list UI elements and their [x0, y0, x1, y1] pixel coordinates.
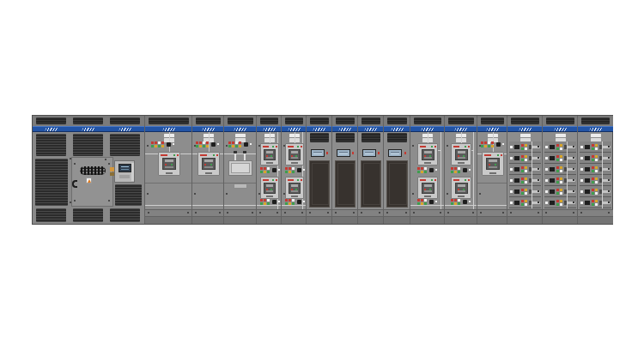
breaker-window [455, 183, 468, 194]
indicator-lamp [521, 144, 524, 147]
indicator-lamp [151, 141, 154, 144]
breaker-lamp [431, 146, 433, 147]
circuit-breaker-unit [451, 143, 471, 165]
indicator-lamp [488, 141, 490, 144]
indicator-lamp [560, 147, 562, 150]
circuit-breaker-unit [158, 152, 180, 176]
breaker-vent-grille-icon [80, 166, 106, 175]
indicator-lamp [556, 147, 559, 150]
breaker-mech [266, 151, 273, 153]
indicator-lamp [424, 171, 427, 173]
brand-logo-icon [45, 128, 58, 131]
indicator-lamp [592, 203, 594, 206]
feeder-bay-4 [281, 116, 306, 224]
base-skirt [282, 216, 307, 224]
indicator-lamp [421, 167, 423, 170]
indicator-lamp [424, 202, 427, 205]
drawer-display [514, 201, 519, 205]
base-skirt [192, 216, 224, 224]
hmi-display [337, 149, 350, 157]
drawer-latch [580, 190, 583, 193]
mcc-drawer-row [509, 197, 541, 208]
upper-vent [336, 133, 355, 142]
screw-dot [480, 212, 482, 214]
mcc-drawer-row [544, 186, 576, 197]
indicator-lamp [556, 170, 559, 172]
mcc-drawer-row [509, 153, 541, 164]
status-lamp [404, 152, 406, 154]
breaker-mech [424, 151, 432, 153]
breaker-lamp [276, 179, 277, 181]
drawer-display [585, 201, 590, 205]
screw-dot [276, 212, 278, 214]
breaker-racking-slot [424, 196, 431, 197]
indicator-lamp [521, 189, 524, 191]
breaker-lamp [468, 179, 470, 181]
drawer-latch [510, 190, 513, 193]
indicator-lamp [264, 199, 266, 202]
breaker-lamp [297, 179, 299, 181]
indicator-lamp [458, 202, 460, 205]
screw-dot [538, 212, 539, 214]
circuit-breaker-unit [417, 143, 438, 165]
scene-canvas [0, 0, 644, 343]
breaker-window [289, 183, 301, 194]
upper-louver [73, 134, 103, 156]
indicator-lamp [502, 143, 504, 145]
indicator-lamp [417, 199, 420, 202]
indicator-lamp [560, 178, 562, 180]
screw-dot [412, 145, 414, 147]
indicator-lamp [556, 189, 559, 191]
drawer-screw [538, 179, 539, 181]
indicator-lamp [469, 169, 471, 171]
roof-vent [511, 117, 539, 124]
breaker-mech [489, 166, 497, 168]
breaker-mech [291, 184, 298, 187]
mcc-drawer-row [580, 141, 611, 153]
indicator-lamp [267, 171, 270, 173]
breaker-lamp [272, 146, 274, 147]
screw-dot [510, 212, 512, 214]
indicator-lamp [451, 167, 453, 170]
mcc-bay-1 [507, 116, 542, 224]
indicator-lamp [560, 200, 562, 202]
dark-door [309, 160, 330, 208]
breaker-mech [266, 190, 273, 192]
door-seam [192, 183, 224, 184]
indicator-lamp [285, 202, 288, 205]
circuit-breaker-unit [260, 143, 279, 165]
drawer-screw [573, 190, 574, 192]
brand-logo-icon [486, 128, 499, 131]
indicator-lamp [560, 144, 562, 147]
indicator-lamp [525, 200, 527, 202]
drawer-latch [545, 190, 548, 193]
breaker-mech [424, 157, 432, 159]
mcc-drawer-row [544, 141, 576, 153]
screw-dot [335, 212, 337, 214]
side-louver [115, 184, 142, 206]
screw-dot [226, 145, 228, 147]
screw-dot [309, 212, 311, 214]
screw-dot [440, 212, 441, 214]
breaker-mech [458, 184, 465, 187]
indicator-lamp [595, 181, 598, 184]
mimic-line [270, 132, 270, 143]
metering-bay [223, 116, 256, 224]
indicator-lamp [454, 171, 457, 173]
breaker-lamp [301, 146, 302, 147]
dark-door-frame [363, 163, 380, 205]
side-louver [35, 159, 68, 206]
mimic-line [224, 153, 257, 154]
meter-amber-tab [110, 167, 114, 172]
screw-dot [283, 145, 285, 147]
dark-door [335, 160, 355, 208]
drawer-display [514, 156, 519, 160]
breaker-label [200, 154, 207, 156]
indicator-lamp [521, 159, 524, 161]
indicator-lamp [592, 189, 594, 191]
warning-triangle-icon [88, 179, 91, 183]
screw-dot [353, 212, 355, 214]
indicator-lamp [239, 145, 241, 147]
indicator-lamp [595, 166, 598, 169]
roof-vent [36, 117, 66, 124]
